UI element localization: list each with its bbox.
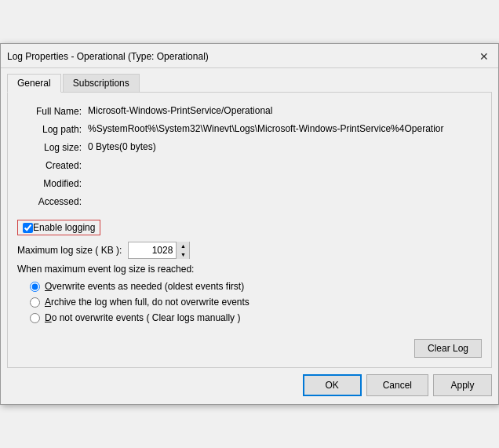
radio-archive[interactable] [30, 297, 40, 308]
radio-group: Overwrite events as needed (oldest event… [30, 281, 482, 323]
enable-logging-row: Enable logging [17, 220, 100, 235]
enable-logging-checkbox[interactable] [23, 223, 33, 233]
full-name-label: Full Name: [17, 105, 88, 117]
log-size-row: Log size: 0 Bytes(0 bytes) [17, 141, 482, 153]
log-path-row: Log path: %SystemRoot%\System32\Winevt\L… [17, 123, 482, 135]
log-size-label: Log size: [17, 141, 88, 153]
tab-bar: General Subscriptions [1, 68, 498, 92]
title-bar: Log Properties - Operational (Type: Oper… [1, 44, 498, 68]
clear-log-button[interactable]: Clear Log [414, 339, 482, 358]
full-name-row: Full Name: Microsoft-Windows-PrintServic… [17, 105, 482, 117]
tab-subscriptions[interactable]: Subscriptions [63, 74, 140, 93]
created-label: Created: [17, 159, 88, 171]
max-log-size-label: Maximum log size ( KB ): [17, 245, 122, 256]
spinner-up-button[interactable]: ▲ [177, 242, 189, 250]
radio-donotoverwrite-label[interactable]: Do not overwrite events ( Clear logs man… [45, 312, 240, 323]
modified-row: Modified: [17, 177, 482, 189]
apply-button[interactable]: Apply [433, 374, 492, 396]
log-size-value: 0 Bytes(0 bytes) [88, 141, 482, 152]
max-log-size-row: Maximum log size ( KB ): 1028 ▲ ▼ [17, 242, 482, 259]
spinner-buttons: ▲ ▼ [176, 242, 189, 259]
max-log-size-input[interactable]: 1028 [129, 242, 176, 258]
radio-donotoverwrite[interactable] [30, 313, 40, 323]
cancel-button[interactable]: Cancel [366, 374, 428, 396]
radio-archive-label[interactable]: Archive the log when full, do not overwr… [45, 297, 250, 308]
tab-content: Full Name: Microsoft-Windows-PrintServic… [7, 92, 492, 368]
full-name-value: Microsoft-Windows-PrintService/Operation… [88, 105, 482, 116]
enable-logging-label[interactable]: Enable logging [33, 222, 95, 233]
title-bar-text: Log Properties - Operational (Type: Oper… [7, 51, 209, 62]
modified-label: Modified: [17, 177, 88, 189]
radio-overwrite-label[interactable]: Overwrite events as needed (oldest event… [45, 281, 244, 292]
radio-row-archive: Archive the log when full, do not overwr… [30, 297, 482, 308]
radio-overwrite[interactable] [30, 282, 40, 292]
accessed-label: Accessed: [17, 195, 88, 207]
ok-button[interactable]: OK [303, 374, 362, 396]
log-path-label: Log path: [17, 123, 88, 135]
spinner-down-button[interactable]: ▼ [177, 250, 189, 259]
button-bar: OK Cancel Apply [1, 368, 498, 404]
radio-row-donotoverwrite: Do not overwrite events ( Clear logs man… [30, 312, 482, 323]
bottom-section: Clear Log [17, 339, 482, 358]
tab-general[interactable]: General [7, 74, 61, 93]
accessed-row: Accessed: [17, 195, 482, 207]
when-max-label: When maximum event log size is reached: [17, 264, 482, 275]
radio-row-overwrite: Overwrite events as needed (oldest event… [30, 281, 482, 292]
log-path-value: %SystemRoot%\System32\Winevt\Logs\Micros… [88, 123, 482, 134]
created-row: Created: [17, 159, 482, 171]
dialog-window: Log Properties - Operational (Type: Oper… [0, 43, 499, 405]
close-button[interactable]: ✕ [476, 49, 492, 64]
max-log-size-spinner[interactable]: 1028 ▲ ▼ [128, 242, 190, 259]
